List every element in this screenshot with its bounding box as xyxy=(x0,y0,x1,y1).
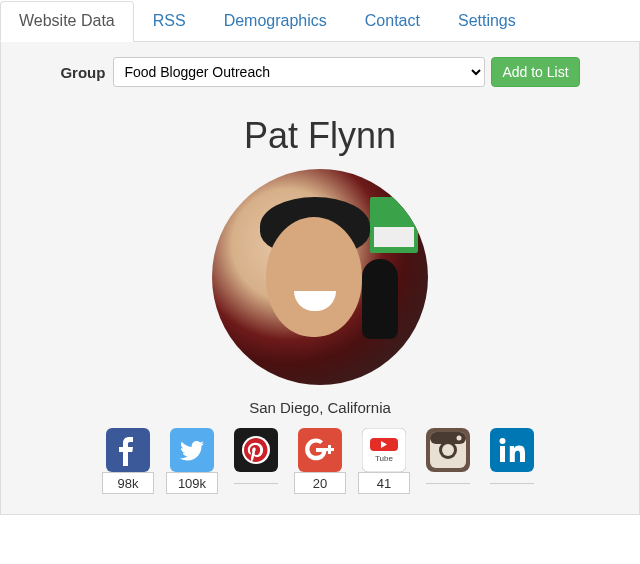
twitter-icon[interactable] xyxy=(170,428,214,472)
social-icons: Tube xyxy=(11,428,629,472)
facebook-icon[interactable] xyxy=(106,428,150,472)
group-row: Group Food Blogger Outreach Add to List xyxy=(11,57,629,87)
tabs: Website Data RSS Demographics Contact Se… xyxy=(0,0,640,42)
tab-rss[interactable]: RSS xyxy=(134,1,205,42)
panel: Group Food Blogger Outreach Add to List … xyxy=(0,42,640,515)
svg-rect-15 xyxy=(500,446,505,462)
youtube-count: 41 xyxy=(358,472,410,494)
profile: Pat Flynn San Diego, California Tube xyxy=(11,115,629,494)
pinterest-icon[interactable] xyxy=(234,428,278,472)
pinterest-count xyxy=(234,483,278,484)
add-to-list-button[interactable]: Add to List xyxy=(491,57,579,87)
twitter-count: 109k xyxy=(166,472,218,494)
tab-contact[interactable]: Contact xyxy=(346,1,439,42)
svg-point-12 xyxy=(442,444,454,456)
svg-point-16 xyxy=(500,438,506,444)
tab-settings[interactable]: Settings xyxy=(439,1,535,42)
googleplus-icon[interactable] xyxy=(298,428,342,472)
tab-website-data[interactable]: Website Data xyxy=(0,1,134,42)
tab-demographics[interactable]: Demographics xyxy=(205,1,346,42)
avatar xyxy=(212,169,428,385)
profile-location: San Diego, California xyxy=(11,399,629,416)
group-select[interactable]: Food Blogger Outreach xyxy=(113,57,485,87)
youtube-icon[interactable]: Tube xyxy=(362,428,406,472)
googleplus-count: 20 xyxy=(294,472,346,494)
linkedin-count xyxy=(490,483,534,484)
svg-point-13 xyxy=(457,436,462,441)
profile-name: Pat Flynn xyxy=(11,115,629,157)
linkedin-icon[interactable] xyxy=(490,428,534,472)
facebook-count: 98k xyxy=(102,472,154,494)
svg-text:Tube: Tube xyxy=(375,454,393,463)
group-label: Group xyxy=(60,64,105,81)
social-counts: 98k 109k 20 41 xyxy=(11,472,629,494)
instagram-count xyxy=(426,483,470,484)
instagram-icon[interactable] xyxy=(426,428,470,472)
